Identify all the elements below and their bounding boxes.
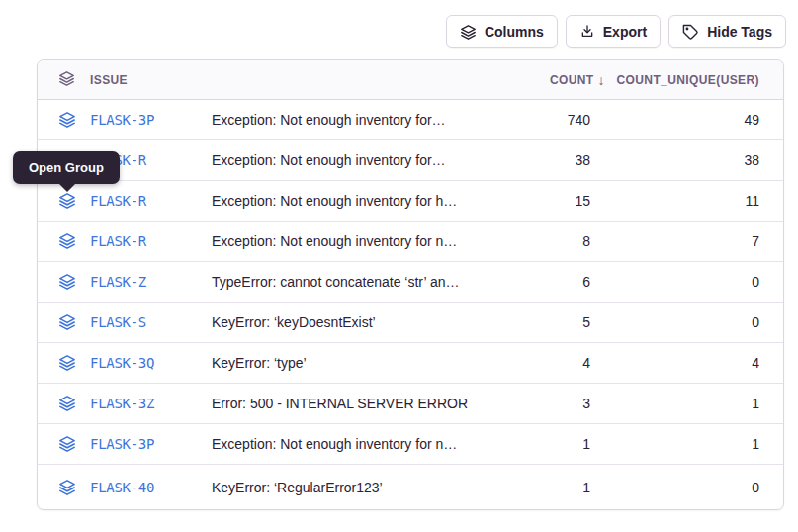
issue-message: Error: 500 - INTERNAL SERVER ERROR — [212, 396, 500, 411]
count-value: 6 — [500, 274, 614, 290]
count-unique-value: 49 — [614, 112, 783, 128]
count-value: 5 — [500, 314, 614, 330]
issue-message: TypeError: cannot concatenate ‘str’ an… — [212, 274, 500, 290]
count-unique-value: 38 — [614, 152, 783, 168]
issue-message: Exception: Not enough inventory for n… — [212, 436, 500, 452]
open-group-tooltip: Open Group — [13, 151, 120, 184]
tag-icon — [682, 24, 699, 41]
issue-message: Exception: Not enough inventory for… — [212, 152, 500, 168]
table-row[interactable]: FLASK-ZTypeError: cannot concatenate ‘st… — [38, 262, 783, 303]
open-group-icon[interactable] — [58, 313, 76, 331]
count-unique-column-header[interactable]: COUNT_UNIQUE(USER) — [614, 73, 783, 87]
table-row[interactable]: FLASK-RException: Not enough inventory f… — [38, 181, 783, 222]
hide-tags-button[interactable]: Hide Tags — [668, 15, 786, 48]
table-row[interactable]: FLASK-3QKeyError: ‘type’44 — [38, 343, 783, 384]
open-group-tooltip-label: Open Group — [29, 160, 104, 175]
export-button[interactable]: Export — [566, 15, 661, 48]
issue-message: Exception: Not enough inventory for n… — [212, 233, 500, 249]
columns-button-label: Columns — [485, 24, 544, 40]
table-body: FLASK-3PException: Not enough inventory … — [38, 100, 783, 509]
sort-descending-icon: ↓ — [598, 73, 605, 87]
issue-link[interactable]: FLASK-40 — [90, 480, 154, 495]
issue-link[interactable]: FLASK-3P — [90, 112, 154, 128]
table-row[interactable]: FLASK-40KeyError: ‘RegularError123’10 — [38, 465, 783, 509]
count-value: 1 — [500, 480, 614, 495]
download-icon — [579, 24, 595, 40]
open-group-icon[interactable] — [58, 232, 76, 250]
count-unique-value: 0 — [614, 314, 783, 330]
issue-link[interactable]: FLASK-Z — [90, 274, 146, 290]
issue-link[interactable]: FLASK-S — [90, 314, 146, 330]
count-column-label: COUNT — [550, 73, 594, 87]
discover-results-panel: Columns Export Hide Tags — [0, 0, 798, 532]
results-table: ISSUE COUNT ↓ COUNT_UNIQUE(USER) FLASK-3… — [37, 59, 784, 510]
count-unique-value: 1 — [614, 396, 783, 411]
columns-button[interactable]: Columns — [446, 15, 558, 48]
count-unique-column-label: COUNT_UNIQUE(USER) — [616, 73, 759, 87]
issue-message: KeyError: ‘type’ — [212, 355, 500, 371]
issue-link[interactable]: FLASK-R — [90, 233, 146, 249]
count-unique-value: 11 — [614, 193, 783, 209]
issue-link[interactable]: FLASK-3Z — [90, 396, 154, 411]
open-group-icon[interactable] — [58, 479, 76, 496]
issue-message: KeyError: ‘RegularError123’ — [212, 480, 500, 495]
open-group-icon[interactable] — [58, 435, 76, 453]
layers-icon — [460, 24, 477, 41]
count-value: 740 — [500, 112, 614, 128]
count-value: 15 — [500, 193, 614, 209]
open-group-icon[interactable] — [58, 192, 76, 210]
issue-message: KeyError: ‘keyDoesntExist’ — [212, 314, 500, 330]
table-row[interactable]: FLASK-RException: Not enough inventory f… — [38, 222, 783, 262]
table-toolbar: Columns Export Hide Tags — [446, 15, 786, 48]
issue-message: Exception: Not enough inventory for… — [212, 112, 500, 128]
table-row[interactable]: FLASK-3PException: Not enough inventory … — [38, 424, 783, 465]
count-unique-value: 7 — [614, 233, 783, 249]
count-value: 38 — [500, 152, 614, 168]
issue-column-label: ISSUE — [90, 73, 128, 87]
table-header: ISSUE COUNT ↓ COUNT_UNIQUE(USER) — [38, 60, 783, 100]
issue-column-header[interactable]: ISSUE — [38, 70, 500, 90]
count-unique-value: 0 — [614, 274, 783, 290]
layers-icon — [58, 70, 75, 90]
export-button-label: Export — [603, 24, 647, 40]
open-group-icon[interactable] — [58, 273, 76, 291]
open-group-icon[interactable] — [58, 354, 76, 372]
open-group-icon[interactable] — [58, 395, 76, 412]
count-value: 3 — [500, 396, 614, 411]
issue-message: Exception: Not enough inventory for h… — [212, 193, 500, 209]
count-unique-value: 1 — [614, 436, 783, 452]
count-unique-value: 4 — [614, 355, 783, 371]
table-row[interactable]: FLASK-RException: Not enough inventory f… — [38, 140, 783, 181]
count-value: 1 — [500, 436, 614, 452]
table-row[interactable]: FLASK-3PException: Not enough inventory … — [38, 100, 783, 140]
count-value: 8 — [500, 233, 614, 249]
table-row[interactable]: FLASK-3ZError: 500 - INTERNAL SERVER ERR… — [38, 384, 783, 424]
issue-link[interactable]: FLASK-3P — [90, 436, 154, 452]
count-unique-value: 0 — [614, 480, 783, 495]
count-column-header[interactable]: COUNT ↓ — [500, 73, 614, 87]
open-group-icon[interactable] — [58, 111, 76, 129]
issue-link[interactable]: FLASK-3Q — [90, 355, 154, 371]
issue-link[interactable]: FLASK-R — [90, 193, 146, 209]
table-row[interactable]: FLASK-SKeyError: ‘keyDoesntExist’50 — [38, 303, 783, 343]
hide-tags-button-label: Hide Tags — [707, 24, 772, 40]
count-value: 4 — [500, 355, 614, 371]
